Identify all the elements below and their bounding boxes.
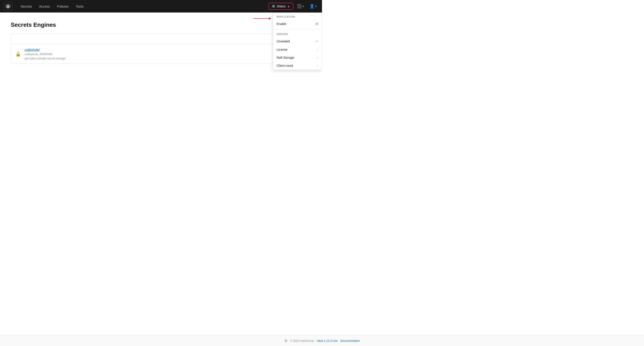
top-nav: Secrets Access Policies Tools Status ▲ ⬛… (0, 0, 322, 12)
nav-secrets[interactable]: Secrets (18, 3, 35, 10)
engine-name[interactable]: cubbyhole/ (24, 48, 66, 52)
page-title: Secrets Engines (11, 21, 311, 28)
engine-info: cubbyhole/ cubbyhole_45995d3b per-token … (24, 48, 66, 60)
status-label: Status (276, 4, 286, 8)
server-section-label: Server (273, 30, 322, 37)
enable-add-icon: ⊕ (315, 22, 318, 26)
nav-policies[interactable]: Policies (54, 3, 71, 10)
nav-right: Status ▲ ⬛ ▾ 👤 ▾ (268, 2, 318, 10)
raft-arrow-icon: › (317, 56, 318, 59)
unsealed-check-icon: ✓ (315, 39, 318, 43)
unsealed-label: Unsealed (276, 39, 290, 43)
nav-links: Secrets Access Policies Tools (18, 3, 268, 10)
status-dropdown: Replication Enable ⊕ Server Unsealed ✓ L… (273, 12, 322, 70)
client-count-label: Client count (276, 64, 293, 67)
status-dot (272, 5, 275, 7)
user-icon: 👤 (310, 4, 314, 9)
license-label: License (276, 48, 287, 51)
enable-item[interactable]: Enable ⊕ (273, 19, 322, 28)
nav-access[interactable]: Access (36, 3, 52, 10)
license-item[interactable]: License › (273, 45, 322, 54)
engine-id: cubbyhole_45995d3b (24, 52, 66, 56)
enable-label: Enable (276, 22, 286, 26)
engines-table: 🔓 cubbyhole/ cubbyhole_45995d3b per-toke… (11, 44, 311, 64)
nav-tools[interactable]: Tools (73, 3, 86, 10)
lock-icon: 🔓 (16, 51, 21, 57)
table-toolbar (11, 34, 311, 44)
vault-logo[interactable] (4, 2, 12, 11)
user-button[interactable]: 👤 ▾ (308, 2, 318, 10)
client-count-item[interactable]: Client count › (273, 62, 322, 70)
raft-storage-item[interactable]: Raft Storage › (273, 54, 322, 62)
raft-storage-label: Raft Storage (276, 56, 294, 59)
status-button[interactable]: Status ▲ (268, 3, 294, 10)
dropdown-divider-1 (273, 29, 322, 29)
client-count-arrow-icon: › (317, 64, 318, 67)
engine-description: per-token private secret storage (24, 57, 66, 60)
replication-section-label: Replication (273, 13, 322, 19)
console-icon: ⬛ (297, 4, 302, 9)
console-caret: ▾ (303, 5, 304, 8)
status-caret: ▲ (287, 5, 290, 7)
user-caret: ▾ (315, 5, 317, 8)
console-button[interactable]: ⬛ ▾ (295, 2, 306, 10)
unsealed-item[interactable]: Unsealed ✓ (273, 37, 322, 45)
table-row: 🔓 cubbyhole/ cubbyhole_45995d3b per-toke… (11, 44, 311, 64)
license-arrow-icon: › (317, 48, 318, 51)
